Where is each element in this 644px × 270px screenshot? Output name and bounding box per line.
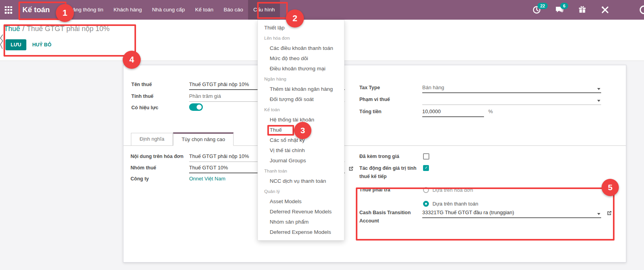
tax-form-sheet: Tên thuế Thuế GTGT phải nộp 10% Tính thu… [123,65,626,263]
nav-menu: Bảng thông tin Khách hàng Nhà cung cấp K… [64,0,280,20]
menu-item-cac-so-nhat-ky[interactable]: Các sổ nhật ký [258,135,344,145]
nhom-thue-external-link-icon[interactable] [348,166,354,172]
menu-item-he-thong-tai-khoan[interactable]: Hệ thống tài khoản [258,115,344,125]
menu-item-doi-tuong-doi-soat[interactable]: Đối tượng đối soát [258,94,344,105]
co-hieu-luc-toggle[interactable] [189,103,203,111]
label-tinh-thue: Tính thuế [131,94,153,99]
app-brand[interactable]: Kế toán [18,0,54,20]
activity-badge: 22 [537,3,548,9]
label-da-kem-trong-gia: Đã kèm trong giá [359,154,399,159]
tools-icon[interactable] [601,6,609,14]
cash-basis-select[interactable]: 33321TG Thuế GTGT đầu ra (trunggian) [422,209,601,218]
menu-item-thiet-lap[interactable]: Thiết lập [258,23,344,33]
stray-cursor-mark [0,34,4,50]
tab-tuy-chon-nang-cao[interactable]: Tùy chọn nâng cao [173,132,234,146]
activity-clock-icon[interactable]: 22 [532,6,541,14]
menu-item-muc-do-theo-doi[interactable]: Mức độ theo dõi [258,53,344,64]
menu-item-nhom-san-pham[interactable]: Nhóm sản phẩm [258,217,344,227]
label-co-hieu-luc: Có hiệu lực [131,105,158,110]
menu-section-ke-toan: Kế toán [258,105,344,115]
nav-item-ke-toan[interactable]: Kế toán [190,0,219,20]
menu-item-journal-groups[interactable]: Journal Groups [258,156,344,166]
nav-item-nha-cung-cap[interactable]: Nhà cung cấp [147,0,190,20]
discard-button[interactable]: HUỶ BỎ [28,39,55,50]
pham-vi-thue-select[interactable] [422,96,601,105]
breadcrumb-parent-link[interactable]: Thuế [4,25,20,33]
menu-section-len-hoa-don: Lên hóa đơn [258,33,344,43]
tax-type-value: Bán hàng [422,84,444,90]
radio-dua-tren-hoa-don[interactable] [423,187,429,193]
chevron-down-icon [597,88,600,90]
radio-label-dua-tren-thanh-toan[interactable]: Dựa trên thanh toán [432,201,478,207]
breadcrumb-current: Thuế GTGT phải nộp 10% [27,25,110,33]
nav-right-icons: 22 6 [532,6,644,14]
tab-dinh-nghia[interactable]: Định nghĩa [131,133,173,146]
cash-basis-value: 33321TG Thuế GTGT đầu ra (trunggian) [422,209,514,215]
menu-item-vi-the-tai-chinh[interactable]: Vị thế tài chính [258,145,344,156]
notebook-tabstrip: Định nghĩa Tùy chọn nâng cao [123,133,626,146]
label-cash-basis: Cash Basis Transition Account [359,209,421,225]
menu-item-deferred-revenue-models[interactable]: Deferred Revenue Models [258,207,344,217]
menu-item-deferred-expense-models[interactable]: Deferred Expense Models [258,227,344,237]
menu-item-asset-models[interactable]: Asset Models [258,197,344,207]
menu-item-cac-dieu-khoan-thanh-toan[interactable]: Các điều khoản thanh toán [258,43,344,53]
nav-item-khach-hang[interactable]: Khách hàng [109,0,147,20]
breadcrumb-separator: / [20,25,27,33]
label-nhom-thue: Nhóm thuế [131,165,156,171]
breadcrumb: Thuế/Thuế GTGT phải nộp 10% [4,25,110,33]
label-cong-ty: Công ty [131,176,149,182]
label-noi-dung: Nội dung trên hóa đơn [131,154,184,159]
label-tac-dong: Tác động đến giá trị tính thuế kế tiếp [359,164,419,181]
menu-item-thue[interactable]: Thuế [258,125,344,135]
menu-item-ncc-dich-vu-thanh-toan[interactable]: NCC dịch vụ thanh toán [258,176,344,186]
cash-basis-external-link-icon[interactable] [606,210,612,216]
message-badge: 6 [560,3,568,9]
tac-dong-checkbox[interactable] [423,165,429,171]
apps-grid-icon[interactable] [5,6,12,14]
tong-tien-suffix: % [488,108,500,117]
radio-dua-tren-thanh-toan[interactable] [423,201,429,207]
chevron-down-icon [597,213,600,215]
nav-item-bao-cao[interactable]: Báo cáo [219,0,248,20]
menu-section-quan-ly: Quản lý [258,186,344,197]
config-dropdown-menu: Thiết lập Lên hóa đơn Các điều khoản tha… [258,20,344,241]
da-kem-checkbox[interactable] [423,153,429,160]
menu-item-them-tai-khoan-ngan-hang[interactable]: Thêm tài khoản ngân hàng [258,84,344,94]
menu-section-ngan-hang: Ngân hàng [258,74,344,84]
odoo-accounting-screen: Kế toán Bảng thông tin Khách hàng Nhà cu… [0,0,644,270]
label-ten-thue: Tên thuế [131,82,152,87]
menu-item-dieu-khoan-thuong-mai[interactable]: Điều khoản thương mại [258,64,344,74]
top-navbar: Kế toán Bảng thông tin Khách hàng Nhà cu… [0,0,644,20]
tax-type-select[interactable]: Bán hàng [422,84,601,93]
gift-icon[interactable] [578,6,587,14]
messages-icon[interactable]: 6 [555,6,564,14]
tong-tien-input[interactable]: 10,0000 [422,108,484,117]
save-button[interactable]: LƯU [6,39,26,50]
label-tong-tien: Tổng tiền [359,109,381,114]
label-tax-type: Tax Type [359,85,380,90]
radio-label-dua-tren-hoa-don[interactable]: Dựa trên hoá đơn [432,187,473,193]
nav-item-bang-thong-tin[interactable]: Bảng thông tin [64,0,109,20]
menu-section-thanh-toan: Thanh toán [258,166,344,176]
chevron-down-icon [597,100,600,102]
label-thue-phai-tra: Thuế phải trả [359,187,390,193]
nav-item-cau-hinh[interactable]: Cấu hình [248,0,280,20]
label-pham-vi-thue: Phạm vi thuế [359,97,390,102]
